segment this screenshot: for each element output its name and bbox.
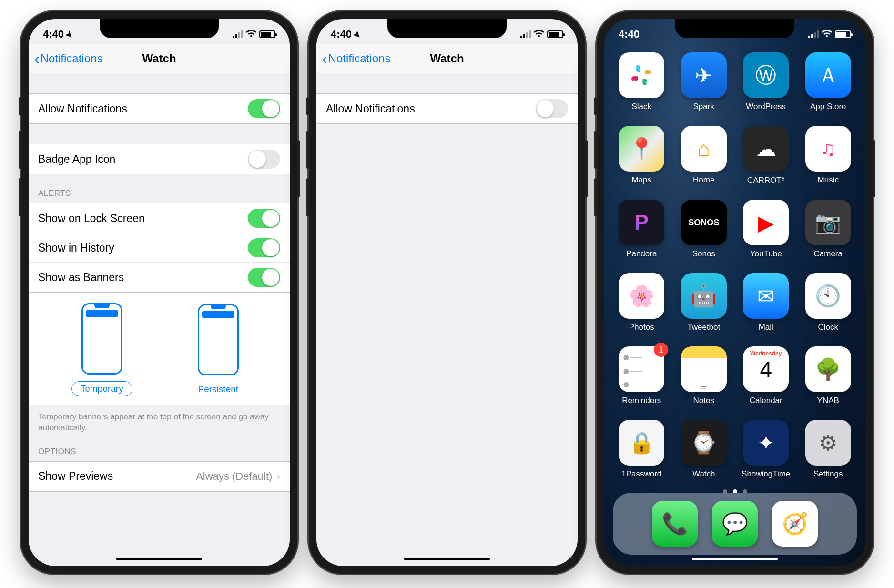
app-appstore[interactable]: ＡApp Store [802,52,855,112]
allow-notifications-toggle[interactable] [248,99,280,118]
show-previews-row[interactable]: Show Previews Always (Default) › [29,462,290,491]
location-icon: ➤ [63,29,75,41]
pandora-icon: P [619,200,664,245]
show-lock-screen-toggle[interactable] [248,209,280,228]
show-banners-label: Show as Banners [38,271,124,284]
home-indicator[interactable] [116,558,202,560]
1password-icon: 🔒 [619,420,664,466]
cellular-icon [808,30,819,38]
status-time: 4:40➤ [331,28,361,41]
app-phone[interactable]: 📞 [652,501,698,547]
banner-footer-text: Temporary banners appear at the top of t… [29,405,290,444]
status-time: 4:40 [619,28,640,41]
phone-frame-3: 4:40 Slack ✈Spark ⓌWordPress ＡApp Store … [597,11,873,574]
mail-icon: ✉ [743,273,789,319]
app-clock[interactable]: 🕙Clock [802,273,855,332]
app-spark[interactable]: ✈Spark [677,52,731,112]
location-icon: ➤ [351,29,363,41]
reminders-badge: 1 [654,343,668,357]
show-lock-screen-row: Show on Lock Screen [29,203,290,233]
banner-temporary-label: Temporary [71,381,132,396]
cellular-icon [520,30,531,38]
app-music[interactable]: ♫Music [802,126,855,185]
show-history-label: Show in History [38,242,114,254]
show-history-row: Show in History [29,233,290,263]
app-messages[interactable]: 💬 [712,501,758,547]
badge-app-icon-label: Badge App Icon [38,153,115,166]
calendar-icon: Wednesday4 [743,346,789,392]
phone-frame-1: 4:40➤ ‹ Notifications Watch Allow Notifi… [21,11,297,574]
chevron-right-icon: › [276,469,280,484]
app-tweetbot[interactable]: 🤖Tweetbot [677,273,731,332]
screen-home[interactable]: 4:40 Slack ✈Spark ⓌWordPress ＡApp Store … [604,19,865,566]
home-icon: ⌂ [681,126,727,172]
app-notes[interactable]: ≡Notes [677,346,731,406]
notch [387,19,507,38]
alerts-section-header: ALERTS [29,174,290,203]
banner-style-row: Temporary Persistent [29,293,290,405]
show-previews-value: Always (Default) [196,470,272,483]
back-button[interactable]: ‹ Notifications [34,51,102,66]
back-label: Notifications [41,52,103,65]
app-showingtime[interactable]: ✦ShowingTime [739,420,793,479]
carrot-icon: ☁ [743,126,789,172]
tweetbot-icon: 🤖 [681,273,727,319]
home-grid: Slack ✈Spark ⓌWordPress ＡApp Store 📍Maps… [604,44,865,479]
chevron-left-icon: ‹ [322,51,327,66]
home-indicator[interactable] [404,558,490,560]
banner-temporary-icon [81,303,122,375]
badge-app-icon-toggle[interactable] [248,150,280,169]
phone-frame-2: 4:40➤ ‹ Notifications Watch Allow Notifi… [309,11,585,574]
app-mail[interactable]: ✉Mail [739,273,793,332]
ynab-icon: 🌳 [805,346,851,392]
allow-notifications-row: Allow Notifications [29,94,290,123]
wifi-icon [822,30,832,38]
app-carrot[interactable]: ☁CARROT⁵ [739,126,793,185]
badge-app-icon-row: Badge App Icon [29,144,290,174]
music-icon: ♫ [805,126,851,172]
app-ynab[interactable]: 🌳YNAB [802,346,855,406]
notch [100,19,219,38]
reminders-icon: ●—●—●—1 [619,346,664,392]
app-watch[interactable]: ⌚Watch [677,420,731,479]
showingtime-icon: ✦ [743,420,789,466]
show-lock-screen-label: Show on Lock Screen [38,212,145,225]
notch [675,19,794,38]
allow-notifications-toggle[interactable] [536,99,568,118]
back-button[interactable]: ‹ Notifications [322,51,390,66]
app-wordpress[interactable]: ⓌWordPress [739,52,793,112]
app-safari[interactable]: 🧭 [772,501,818,547]
app-slack[interactable]: Slack [615,52,669,112]
back-label: Notifications [328,52,391,65]
app-youtube[interactable]: ▶YouTube [739,200,793,259]
nav-bar: ‹ Notifications Watch [316,44,578,73]
banner-temporary-option[interactable]: Temporary [71,303,132,396]
battery-icon [259,30,275,38]
show-banners-toggle[interactable] [248,268,280,287]
app-maps[interactable]: 📍Maps [615,126,669,185]
dock: 📞 💬 🧭 [613,493,857,555]
app-calendar[interactable]: Wednesday4Calendar [739,346,793,406]
app-sonos[interactable]: SONOSSonos [677,200,731,259]
banner-persistent-option[interactable]: Persistent [190,304,247,396]
wifi-icon [246,30,256,38]
app-camera[interactable]: 📷Camera [802,200,855,259]
cellular-icon [233,30,243,38]
camera-icon: 📷 [805,200,851,245]
youtube-icon: ▶ [743,200,789,245]
appstore-icon: Ａ [805,52,851,98]
app-pandora[interactable]: PPandora [615,200,669,259]
wordpress-icon: Ⓦ [743,52,789,98]
app-photos[interactable]: 🌸Photos [615,273,669,332]
settings-icon: ⚙ [805,420,851,466]
banner-persistent-icon [198,304,239,375]
allow-notifications-label: Allow Notifications [38,102,127,115]
home-indicator[interactable] [692,558,778,560]
show-history-toggle[interactable] [248,238,280,257]
app-home[interactable]: ⌂Home [677,126,731,185]
app-settings[interactable]: ⚙Settings [802,420,855,479]
spark-icon: ✈ [681,52,727,98]
app-reminders[interactable]: ●—●—●—1Reminders [615,346,669,406]
clock-icon: 🕙 [805,273,851,319]
app-1password[interactable]: 🔒1Password [615,420,669,479]
